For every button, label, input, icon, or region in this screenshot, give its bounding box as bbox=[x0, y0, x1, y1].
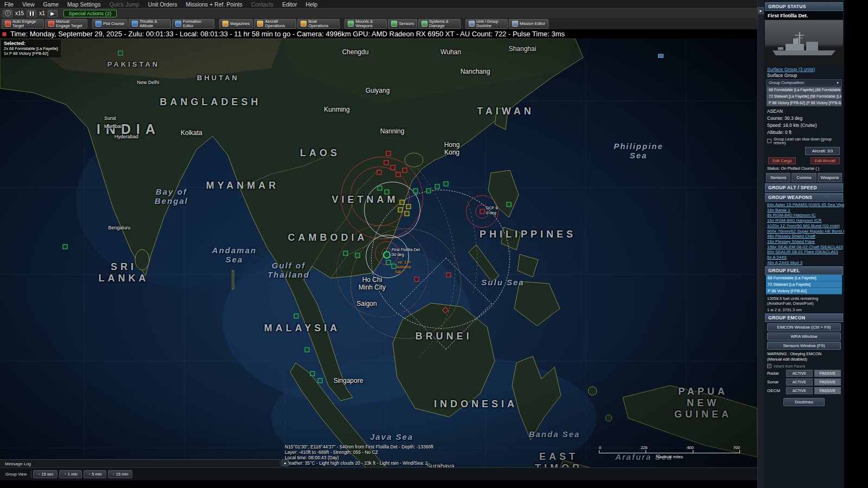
unit-symbol[interactable] bbox=[405, 211, 410, 216]
weapon-record-link[interactable]: 900x 76mm/62 Super Rapido HE Burst [2 rn… bbox=[764, 229, 844, 234]
weapon-record-link[interactable]: 156x SEALEM 08-02 Chaff [SEACLAD] bbox=[764, 245, 844, 250]
unit-symbol[interactable] bbox=[63, 245, 68, 249]
unit-symbol[interactable] bbox=[446, 273, 451, 278]
weapon-record-link[interactable]: 8x RGM-84D Harpoon IC bbox=[764, 213, 844, 218]
menu-item[interactable]: Game bbox=[39, 1, 63, 8]
toolbar-button[interactable]: Formation Editor bbox=[172, 19, 214, 29]
unit-symbol[interactable] bbox=[396, 172, 401, 177]
unit-symbol[interactable] bbox=[398, 208, 403, 213]
unit-symbol[interactable] bbox=[403, 168, 407, 173]
unit-symbol[interactable] bbox=[343, 251, 348, 256]
fuel-unit-row[interactable]: 68 Formidable [La Fayette] bbox=[766, 275, 842, 281]
unit-symbol[interactable] bbox=[318, 378, 323, 383]
group-weapons-header[interactable]: GROUP WEAPONS bbox=[765, 193, 843, 202]
unit-symbol[interactable] bbox=[413, 189, 418, 194]
message-log-bar[interactable]: Message Log bbox=[0, 459, 280, 467]
unit-symbol[interactable] bbox=[480, 209, 485, 214]
unit-symbol[interactable] bbox=[392, 264, 397, 269]
play-button[interactable]: ▶ bbox=[48, 10, 58, 17]
menu-item[interactable]: Quick Jump bbox=[105, 1, 143, 8]
sensor-passive-button[interactable]: PASSIVE bbox=[814, 378, 841, 386]
unit-symbol[interactable] bbox=[444, 182, 449, 187]
menu-item[interactable]: Contacts bbox=[247, 1, 278, 8]
unit-symbol[interactable] bbox=[383, 251, 391, 259]
unit-symbol[interactable] bbox=[414, 277, 419, 282]
message-log-expand-button[interactable]: ▲ bbox=[282, 459, 289, 466]
weapon-record-link[interactable]: 64x Aster 15 PAAMS [GWS.45 Sea Viper] bbox=[764, 202, 844, 208]
inherit-from-parent-checkbox[interactable]: ✓ bbox=[767, 364, 771, 368]
menu-item[interactable]: Help bbox=[302, 1, 322, 8]
sensor-active-button[interactable]: ACTIVE bbox=[786, 370, 813, 377]
view-mode-selector[interactable]: Group View bbox=[2, 471, 31, 478]
toolbar-button[interactable]: Mission Editor bbox=[509, 19, 548, 29]
sensor-active-button[interactable]: ACTIVE bbox=[786, 378, 813, 386]
unit-symbol[interactable] bbox=[391, 165, 395, 170]
fuel-unit-row[interactable]: P 88 Victory [FPB-62] bbox=[766, 288, 842, 294]
menu-item[interactable]: Editor bbox=[278, 1, 301, 8]
toolbar-button[interactable]: Auto Engage Target bbox=[2, 19, 44, 29]
unit-symbol[interactable] bbox=[386, 260, 391, 265]
composition-row[interactable]: P 88 Victory [FPB-62] (P 88 Victory [FPB… bbox=[767, 100, 841, 106]
time-step-button[interactable]: ◔ 15 sec bbox=[33, 470, 58, 478]
unit-symbol[interactable] bbox=[658, 54, 663, 58]
unit-symbol[interactable] bbox=[294, 314, 299, 319]
unit-symbol[interactable] bbox=[118, 51, 123, 56]
unit-window-tab[interactable]: Weapons bbox=[818, 173, 842, 182]
unit-symbol[interactable] bbox=[400, 200, 405, 205]
unit-window-tab[interactable]: Comms bbox=[792, 173, 816, 182]
unit-symbol[interactable] bbox=[426, 189, 431, 194]
unit-symbol[interactable] bbox=[305, 348, 310, 352]
toolbar-button[interactable]: Throttle & Altitude bbox=[129, 19, 171, 29]
weapon-record-link[interactable]: 48x A 244S Mod 3 bbox=[764, 260, 844, 266]
weapon-record-link[interactable]: 16x RGM-84G Harpoon ICR bbox=[764, 218, 844, 223]
weapon-record-link[interactable]: 60x SEALIR 08-01 Flare [SEACLAD] bbox=[764, 249, 844, 255]
unit-symbol[interactable] bbox=[435, 184, 440, 189]
menu-item[interactable]: Unit Orders bbox=[144, 1, 182, 8]
toolbar-button[interactable]: Unit / Group Doctrine bbox=[465, 19, 508, 29]
group-alt-speed-header[interactable]: GROUP ALT / SPEED bbox=[765, 183, 843, 192]
special-actions-button[interactable]: Special Actions (2) bbox=[63, 10, 117, 17]
weapon-record-link[interactable]: 16x Barak 1 bbox=[764, 208, 844, 213]
unit-symbol[interactable] bbox=[406, 204, 411, 209]
menu-item[interactable]: View bbox=[18, 1, 39, 8]
weapon-record-link[interactable]: 48x Plessey Shield Chaff bbox=[764, 234, 844, 239]
group-composition-header[interactable]: Group Composition: ▼ bbox=[766, 79, 842, 86]
sensor-active-button[interactable]: ACTIVE bbox=[786, 387, 813, 394]
time-step-button[interactable]: ◔ 5 min bbox=[84, 470, 106, 478]
group-reform-checkbox[interactable] bbox=[767, 139, 771, 143]
time-step-button[interactable]: ◔ 1 min bbox=[59, 470, 82, 478]
composition-row[interactable]: 68 Formidable [La Fayette] (68 Formidabl… bbox=[767, 87, 841, 93]
toolbar-button[interactable]: Systems & Damage bbox=[418, 19, 461, 29]
toolbar-button[interactable]: Aircraft Operations bbox=[254, 19, 296, 29]
emcon-window-button[interactable]: EMCON Window (Ctrl + F9) bbox=[767, 323, 841, 331]
toolbar-button[interactable]: Plot Course bbox=[92, 19, 127, 29]
unit-symbol[interactable] bbox=[355, 253, 360, 258]
unit-symbol[interactable] bbox=[386, 151, 391, 156]
unit-symbol[interactable] bbox=[310, 371, 315, 376]
sensor-passive-button[interactable]: PASSIVE bbox=[814, 387, 841, 394]
unit-symbol[interactable] bbox=[384, 160, 389, 165]
sensor-passive-button[interactable]: PASSIVE bbox=[814, 370, 841, 377]
panel-scrollbar[interactable] bbox=[757, 0, 764, 488]
fuel-unit-row[interactable]: 72 Stalwart [La Fayette] bbox=[766, 281, 842, 288]
weapon-record-link[interactable]: 16x Plessey Shield Flare bbox=[764, 239, 844, 245]
menu-item[interactable]: Map Settings bbox=[63, 1, 105, 8]
pause-button[interactable] bbox=[27, 10, 36, 17]
map-canvas[interactable]: PAKISTANBHUTANBANGLADESHINDIAMYANMARLAOS… bbox=[0, 38, 757, 480]
edit-cargo-button[interactable]: Edit Cargo bbox=[768, 157, 796, 164]
emcon-window-button[interactable]: WRA Window bbox=[767, 332, 841, 341]
toolbar-button[interactable]: Manual Engage Target bbox=[45, 19, 87, 29]
unit-window-tab[interactable]: Sensors bbox=[766, 173, 790, 182]
toolbar-button[interactable]: Sensors bbox=[388, 19, 417, 29]
toolbar-button[interactable]: Magazines bbox=[219, 19, 253, 29]
menu-item[interactable]: Missions + Ref. Points bbox=[182, 1, 247, 8]
menu-item[interactable]: File bbox=[0, 1, 18, 8]
toolbar-button[interactable]: Boat Operations bbox=[297, 19, 340, 29]
aircraft-count-button[interactable]: Aircraft: 3/3 bbox=[805, 147, 840, 155]
unit-symbol[interactable] bbox=[377, 170, 382, 175]
toolbar-button[interactable]: Mounts & Weapons bbox=[344, 19, 387, 29]
unit-symbol[interactable] bbox=[378, 186, 382, 191]
compression-clock-button[interactable] bbox=[3, 10, 12, 17]
group-status-header[interactable]: GROUP STATUS bbox=[765, 2, 843, 11]
unit-symbol[interactable] bbox=[507, 202, 512, 207]
